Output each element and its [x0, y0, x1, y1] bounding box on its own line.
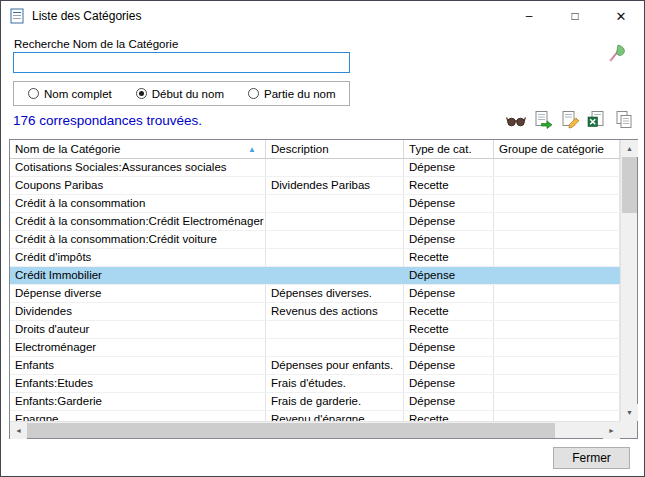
table-row[interactable]: Dépense diverseDépenses diverses.Dépense	[10, 285, 620, 303]
edit-file-icon[interactable]	[559, 110, 580, 129]
cell-type: Recette	[404, 321, 494, 338]
cell-description: Dépenses pour enfants.	[266, 357, 404, 374]
cell-type: Dépense	[404, 357, 494, 374]
scroll-down-icon[interactable]: ▼	[621, 404, 638, 421]
cell-name: Enfants	[10, 357, 266, 374]
radio-unselected-icon	[248, 88, 259, 99]
cell-description	[266, 321, 404, 338]
cell-description	[266, 159, 404, 176]
cell-description: Revenus des actions	[266, 303, 404, 320]
close-window-button[interactable]: ✕	[598, 1, 644, 31]
cell-group	[494, 303, 620, 320]
cell-name: Droits d'auteur	[10, 321, 266, 338]
cell-name: Enfants:Etudes	[10, 375, 266, 392]
minimize-button[interactable]: –	[506, 1, 552, 31]
table-row[interactable]: Crédit à la consommation:Crédit Electrom…	[10, 213, 620, 231]
table-row[interactable]: Cotisations Sociales:Assurances sociales…	[10, 159, 620, 177]
table-row[interactable]: Droits d'auteurRecette	[10, 321, 620, 339]
column-header-label: Type de cat.	[409, 143, 472, 155]
cell-group	[494, 267, 620, 284]
cell-description	[266, 195, 404, 212]
maximize-button[interactable]: □	[552, 1, 598, 31]
copy-icon[interactable]	[613, 110, 634, 129]
fermer-button[interactable]: Fermer	[553, 447, 630, 469]
cell-type: Recette	[404, 177, 494, 194]
cell-name: Dividendes	[10, 303, 266, 320]
radio-option-label: Début du nom	[152, 88, 224, 100]
radio-option-2[interactable]: Partie du nom	[248, 88, 336, 100]
cell-group	[494, 339, 620, 356]
table-row[interactable]: EpargneRevenu d'épargneRecette	[10, 411, 620, 421]
horizontal-scrollbar-thumb[interactable]	[27, 423, 555, 438]
column-header-3[interactable]: Groupe de catégorie	[494, 140, 620, 158]
scroll-right-icon[interactable]: ►	[603, 422, 620, 439]
cell-type: Dépense	[404, 231, 494, 248]
cell-name: Coupons Paribas	[10, 177, 266, 194]
column-header-1[interactable]: Description	[266, 140, 404, 158]
titlebar[interactable]: Liste des Catégories – □ ✕	[1, 1, 644, 31]
table-row[interactable]: EnfantsDépenses pour enfants.Dépense	[10, 357, 620, 375]
sort-ascending-icon: ▲	[248, 141, 256, 158]
search-label: Recherche Nom de la Catégorie	[14, 38, 178, 50]
cell-name: Crédit à la consommation:Crédit voiture	[10, 231, 266, 248]
cell-name: Crédit à la consommation	[10, 195, 266, 212]
cell-description	[266, 231, 404, 248]
cell-name: Dépense diverse	[10, 285, 266, 302]
cell-type: Dépense	[404, 267, 494, 284]
table-row[interactable]: Enfants:GarderieFrais de garderie.Dépens…	[10, 393, 620, 411]
radio-option-1[interactable]: Début du nom	[136, 88, 224, 100]
export-file-icon[interactable]	[532, 110, 553, 129]
view-glasses-icon[interactable]	[505, 110, 526, 129]
window-title: Liste des Catégories	[32, 9, 506, 23]
table-row[interactable]: Crédit d'impôtsRecette	[10, 249, 620, 267]
table-row[interactable]: Crédit à la consommation:Crédit voitureD…	[10, 231, 620, 249]
vertical-scrollbar-thumb[interactable]	[622, 157, 637, 213]
scroll-left-icon[interactable]: ◄	[10, 422, 27, 439]
excel-export-icon[interactable]	[586, 110, 607, 129]
clear-search-icon[interactable]	[608, 43, 628, 63]
cell-name: Epargne	[10, 411, 266, 421]
cell-name: Electroménager	[10, 339, 266, 356]
cell-description	[266, 339, 404, 356]
cell-type: Dépense	[404, 159, 494, 176]
cell-description	[266, 213, 404, 230]
scrollbar-corner	[620, 421, 637, 438]
cell-group	[494, 285, 620, 302]
horizontal-scrollbar[interactable]: ◄ ►	[10, 421, 620, 438]
cell-type: Recette	[404, 411, 494, 421]
cell-description	[266, 249, 404, 266]
cell-type: Dépense	[404, 375, 494, 392]
table-row[interactable]: Crédit à la consommationDépense	[10, 195, 620, 213]
table-row[interactable]: ElectroménagerDépense	[10, 339, 620, 357]
toolbar	[505, 110, 634, 129]
column-header-label: Groupe de catégorie	[499, 143, 604, 155]
cell-type: Dépense	[404, 213, 494, 230]
column-header-0[interactable]: Nom de la Catégorie▲	[10, 140, 266, 158]
search-input[interactable]	[13, 52, 350, 73]
cell-name: Cotisations Sociales:Assurances sociales	[10, 159, 266, 176]
radio-option-0[interactable]: Nom complet	[28, 88, 112, 100]
cell-name: Crédit à la consommation:Crédit Electrom…	[10, 213, 266, 230]
table-row[interactable]: Enfants:EtudesFrais d'études.Dépense	[10, 375, 620, 393]
cell-group	[494, 321, 620, 338]
cell-group	[494, 249, 620, 266]
column-header-2[interactable]: Type de cat.	[404, 140, 494, 158]
cell-type: Recette	[404, 303, 494, 320]
cell-group	[494, 213, 620, 230]
cell-description: Dividendes Paribas	[266, 177, 404, 194]
cell-description	[266, 267, 404, 284]
vertical-scrollbar[interactable]: ▲ ▼	[620, 140, 637, 421]
cell-type: Dépense	[404, 195, 494, 212]
radio-option-label: Nom complet	[44, 88, 112, 100]
cell-group	[494, 231, 620, 248]
table-row[interactable]: DividendesRevenus des actionsRecette	[10, 303, 620, 321]
scroll-up-icon[interactable]: ▲	[621, 140, 638, 157]
cell-group	[494, 195, 620, 212]
cell-description: Revenu d'épargne	[266, 411, 404, 421]
table-row[interactable]: Coupons ParibasDividendes ParibasRecette	[10, 177, 620, 195]
cell-name: Crédit Immobilier	[10, 267, 266, 284]
table-header: Nom de la Catégorie▲DescriptionType de c…	[10, 140, 620, 159]
table-row[interactable]: Crédit ImmobilierDépense	[10, 267, 620, 285]
cell-description: Dépenses diverses.	[266, 285, 404, 302]
column-header-label: Nom de la Catégorie	[15, 143, 120, 155]
